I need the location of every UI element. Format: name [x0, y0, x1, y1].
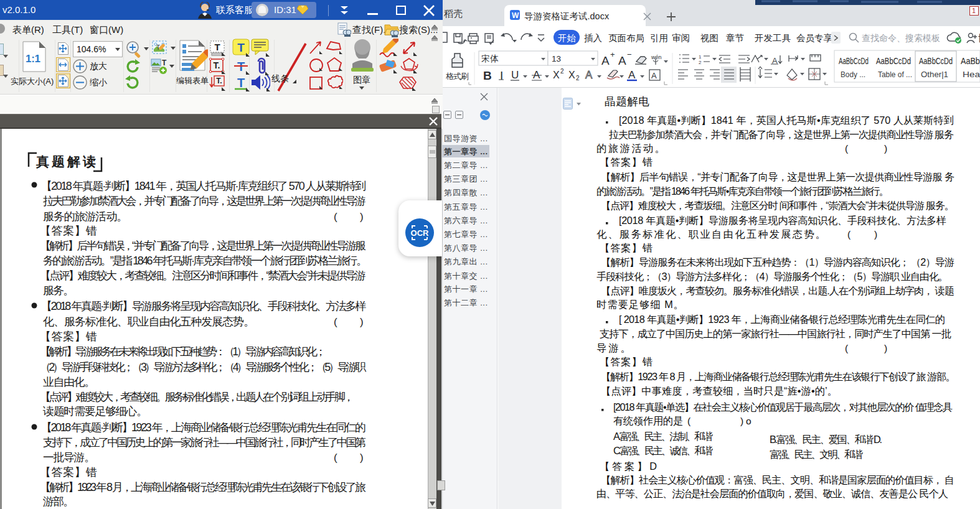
svg-text:): ): [740, 416, 743, 426]
svg-text:): ): [884, 343, 887, 353]
svg-text:【解析】后半句错误，“并专门配备了向导，这是世界上第一次提供: 【解析】后半句错误，“并专门配备了向导，这是世界上第一次提供商业性导游服 务: [601, 171, 954, 182]
svg-text:o: o: [746, 416, 751, 426]
svg-text:[2018 年真题•判断】1841 年，英国人托马斯•库克组: [2018 年真题•判断】1841 年，英国人托马斯•库克组织了 570 人从莱…: [619, 114, 954, 126]
svg-text:【答案】错: 【答案】错: [600, 356, 653, 367]
svg-text:第三章团 ...: 第三章团 ...: [444, 174, 488, 184]
svg-text:(: (: [687, 416, 691, 426]
svg-text:富强、民主、文明、和谐: 富强、民主、文明、和谐: [770, 449, 863, 460]
svg-text:【答案】错: 【答案】错: [600, 242, 653, 253]
svg-text:A.富强、民主、法制、和谐: A.富强、民主、法制、和谐: [613, 431, 713, 442]
svg-text:第八章导 ...: 第八章导 ...: [444, 243, 488, 253]
svg-text:第六章导 ...: 第六章导 ...: [444, 216, 488, 225]
svg-text:国导游资 ...: 国导游资 ...: [444, 134, 488, 143]
svg-text:第五章导 ...: 第五章导 ...: [444, 202, 488, 212]
svg-text:第一章导 ...: 第一章导 ...: [443, 147, 488, 156]
svg-text:【答案】错: 【答案】错: [600, 156, 653, 167]
svg-text:【答案】D: 【答案】D: [600, 460, 657, 472]
svg-text:[2018 年真题•单选】在社会主义核心价值观居于最高层次，: [2018 年真题•单选】在社会主义核心价值观居于最高层次，对其他层次的价 值理…: [613, 401, 953, 413]
svg-text:晶题解电: 晶题解电: [605, 95, 649, 108]
svg-text:的旅游活动。: 的旅游活动。: [596, 142, 665, 154]
svg-text:【点评】难度校大，考查坂细。注意区分时 间和事件，“崇酒大会: 【点评】难度校大，考查坂细。注意区分时 间和事件，“崇酒大会”并未從供导游 服务…: [601, 200, 954, 211]
svg-text:【解析】1923 年 8 月，上海商业储备银行总经理陈光甫先: 【解析】1923 年 8 月，上海商业储备银行总经理陈光甫先生在该银行下创设了旅…: [601, 371, 956, 382]
svg-text:第十章交 ...: 第十章交 ...: [444, 271, 488, 281]
svg-text:的旅游活动。”是指 1846 年托马斯•库克亲自带领一个旅行: 的旅游活动。”是指 1846 年托马斯•库克亲自带领一个旅行团到苏格兰旅行。: [596, 185, 889, 197]
svg-text:(: (: [847, 229, 851, 240]
svg-text:第七章导 ...: 第七章导 ...: [444, 230, 488, 239]
svg-text:【解析】社会主义核心价值观：富强、民主、文明、和谐是国家层面: 【解析】社会主义核心价值观：富强、民主、文明、和谐是国家层面的价值目标， 自: [601, 474, 954, 485]
svg-text:导游。: 导游。: [596, 342, 631, 353]
svg-text:(: (: [845, 343, 849, 353]
svg-text:由、平等、公正、法治是社会层面的价值取向，爱国、敬业、诚信、: 由、平等、公正、法治是社会层面的价值取向，爱国、敬业、诚信、友善是公 民个人: [596, 488, 948, 499]
svg-text:化、服务标准化、职业自由化五种发展态势。: 化、服务标准化、职业自由化五种发展态势。: [596, 228, 826, 240]
svg-text:[ 2018 年真题•判断】1923 年，上海商业储备银行总: [ 2018 年真题•判断】1923 年，上海商业储备银行总经理陈光甫先生在同仁…: [619, 314, 945, 325]
svg-text:[2018 年真题•判断】导游服务将呈现内容高知识化、手段科: [2018 年真题•判断】导游服务将呈现内容高知识化、手段科技化、方法多样: [619, 215, 946, 226]
svg-text:拉夫巴勒参加禁酒大会，并专门配备了向导，这是世界上第一次提供: 拉夫巴勒参加禁酒大会，并专门配备了向导，这是世界上第一次提供商业性导游 服务: [608, 129, 954, 140]
svg-text:【点评】唯度坂火，考查较勿。服务标准化错误，出题.人在个别词: 【点评】唯度坂火，考查较勿。服务标准化错误，出题.人在个别词组上劫字肉， 读题: [601, 285, 954, 296]
svg-text:C.富强、民主、诚信、和谐: C.富强、民主、诚信、和谐: [613, 445, 713, 456]
svg-text:有统领作用的是: 有统领作用的是: [613, 415, 683, 426]
svg-text:【解析】导游服务在未来将出现如下五种趋势：（1）导游内容高知: 【解析】导游服务在未来将出现如下五种趋势：（1）导游内容高知识化； （2）导游: [601, 256, 954, 268]
svg-text:B.富强、民主、爱国、和谐 D.: B.富强、民主、爱国、和谐 D.: [770, 434, 882, 445]
svg-text:第九章出 ...: 第九章出 ...: [444, 257, 488, 266]
svg-text:第二章导 ...: 第二章导 ...: [444, 161, 488, 170]
svg-text:(: (: [845, 143, 849, 154]
svg-text:【点评】中事难度，考查较细，当时只是“旌•游•的’。: 【点评】中事难度，考查较细，当时只是“旌•游•的’。: [601, 385, 837, 396]
svg-text:): ): [884, 143, 887, 154]
svg-text:第十一章 ...: 第十一章 ...: [444, 284, 488, 294]
svg-text:第四章散 ...: 第四章散 ...: [444, 188, 488, 197]
svg-text:支持下，成立了中国历史上的第一家旅行社——中国旅行社，同时产: 支持下，成立了中国历史上的第一家旅行社——中国旅行社，同时产生了中国第 一批: [600, 328, 951, 339]
svg-text:手段科技化；（3）导游方法多样化；（4）导游服务个性化；（5: 手段科技化；（3）导游方法多样化；（4）导游服务个性化；（5）导游职 业自由化。: [596, 271, 948, 282]
svg-text:时需要足够细 M。: 时需要足够细 M。: [596, 299, 684, 310]
svg-text:): ): [874, 229, 877, 240]
svg-text:第十二章 ...: 第十二章 ...: [444, 298, 488, 307]
